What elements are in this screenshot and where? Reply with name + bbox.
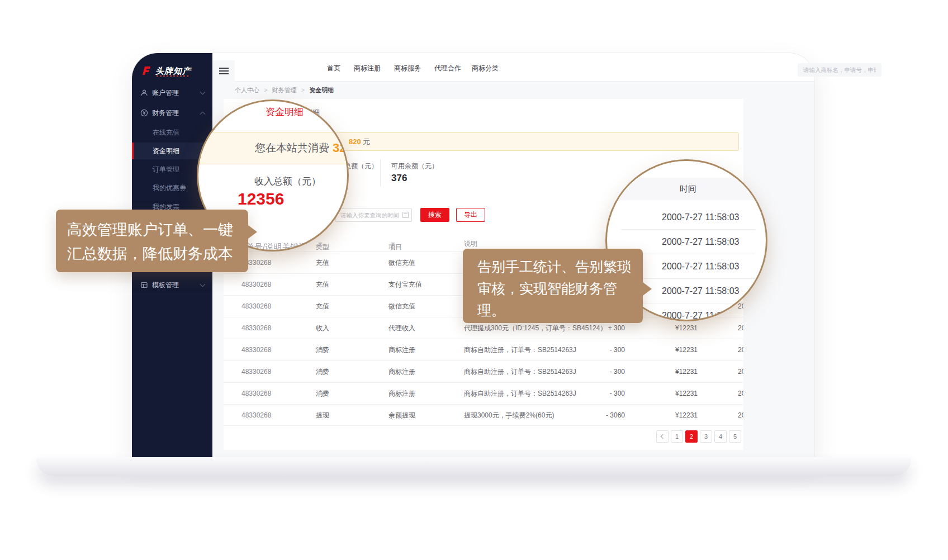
callout-pointer-icon — [248, 225, 257, 239]
finance-icon — [140, 109, 148, 117]
cell-project: 商标注册 — [388, 383, 415, 405]
nav-item-trademark-service[interactable]: 商标服务 — [394, 64, 421, 73]
nav-item-agent-cooperation[interactable]: 代理合作 — [434, 64, 461, 73]
cell-amount: - 300 — [570, 361, 625, 383]
page-button[interactable]: 1 — [671, 430, 683, 443]
banner-tail-text: 820 元 — [349, 133, 370, 150]
cell-time: 2000-7-27 11:58:03 — [738, 317, 743, 339]
cell-type: 消费 — [316, 339, 329, 361]
page-button-active[interactable]: 2 — [685, 430, 698, 443]
cell-amount: - 3060 — [570, 405, 625, 426]
cell-project: 商标注册 — [388, 339, 415, 361]
cell-id: 48330268 — [241, 405, 271, 426]
cell-balance: ¥12231 — [675, 361, 698, 383]
search-button[interactable]: 搜索 — [420, 208, 449, 222]
user-icon — [140, 89, 148, 97]
page-button[interactable]: 4 — [714, 430, 727, 443]
cell-balance: ¥12231 — [675, 383, 698, 405]
sidebar-item-label: 账户管理 — [152, 88, 179, 98]
cell-id: 48330268 — [241, 317, 271, 339]
callout-line: 审核，实现智能财务管 — [477, 278, 643, 300]
breadcrumb-item[interactable]: 财务管理 — [272, 87, 297, 93]
cell-type: 提现 — [316, 405, 329, 426]
nav-item-trademark-register[interactable]: 商标注册 — [354, 64, 381, 73]
page: 头牌知产 账户管理 财务管理 在线充值 资金明细 — [0, 0, 948, 560]
top-navbar: 首页 商标注册 商标服务 代理合作 商标分类 — [212, 53, 814, 82]
cell-time: 2000-7-27 11:58:03 — [738, 361, 743, 383]
chevron-down-icon — [200, 89, 206, 95]
available-balance-value: 376 — [391, 173, 407, 184]
callout-pointer-icon — [643, 282, 652, 296]
cell-type: 充值 — [316, 252, 329, 274]
breadcrumb-separator: > — [264, 87, 267, 93]
callout-right: 告别手工统计、告别繁琐 审核，实现智能财务管 理。 — [463, 249, 643, 323]
breadcrumb-item[interactable]: 个人中心 — [235, 87, 259, 93]
cell-project: 商标注册 — [388, 361, 415, 383]
cell-type: 消费 — [316, 383, 329, 405]
menu-button[interactable] — [212, 60, 235, 82]
table-row: 48330268消费商标注册商标自助注册，订单号：SB2514263J- 300… — [224, 339, 743, 360]
export-button[interactable]: 导出 — [456, 208, 485, 222]
callout-left: 高效管理账户订单、一键 汇总数据，降低财务成本 — [56, 210, 248, 272]
sidebar-item-label: 财务管理 — [152, 108, 179, 118]
magnified-time-row: 2000-7-27 11:58:03 — [621, 205, 755, 230]
nav-item-trademark-category[interactable]: 商标分类 — [472, 64, 499, 73]
banner-tail-unit: 元 — [363, 137, 370, 146]
template-icon — [140, 281, 148, 289]
table-row: 48330268消费商标注册商标自助注册，订单号：SB2514263J- 300… — [224, 360, 743, 382]
search-input[interactable] — [798, 63, 881, 77]
callout-line: 告别手工统计、告别繁琐 — [477, 256, 643, 278]
cell-type: 充值 — [316, 274, 329, 296]
prev-page-icon — [661, 434, 665, 439]
magnified-tab-label: 资金明细 — [266, 106, 304, 118]
cell-project: 微信充值 — [388, 252, 415, 274]
breadcrumb-separator: > — [301, 87, 305, 93]
cell-type: 消费 — [316, 361, 329, 383]
prev-page-button[interactable] — [656, 430, 669, 443]
cell-project: 微信充值 — [388, 296, 415, 317]
cell-project: 支付宝充值 — [388, 274, 422, 296]
sort-caret-icon — [391, 243, 395, 245]
sidebar-item-label: 在线充值 — [153, 128, 179, 137]
cell-project: 代理收入 — [388, 317, 415, 339]
nav-item-home[interactable]: 首页 — [327, 64, 340, 73]
chevron-up-icon — [200, 111, 206, 117]
pagination: 12345 — [656, 430, 741, 443]
date-query-input[interactable] — [335, 208, 412, 222]
sidebar-item-finance[interactable]: 财务管理 — [132, 104, 212, 122]
callout-line: 汇总数据，降低财务成本 — [67, 242, 248, 266]
page-button[interactable]: 3 — [700, 430, 712, 443]
banner-tail-amount: 820 — [349, 137, 361, 146]
sidebar-item-online-recharge[interactable]: 在线充值 — [132, 125, 212, 140]
stats-divider — [380, 159, 381, 186]
cell-id: 48330268 — [241, 296, 271, 317]
cell-balance: ¥12231 — [675, 339, 698, 361]
breadcrumb: 个人中心 > 财务管理 > 资金明细 — [235, 86, 334, 94]
header-desc: 说明 — [464, 239, 477, 249]
magnified-banner: 您在本站共消费 32124 元 — [197, 132, 349, 164]
callout-line: 理。 — [477, 300, 643, 321]
sidebar-item-account[interactable]: 账户管理 — [132, 84, 212, 102]
menu-icon — [219, 68, 229, 69]
table-row: 48330268提现余额提现提现3000元，手续费2%(60元)- 3060¥1… — [224, 404, 743, 426]
logo-icon — [141, 65, 152, 77]
cell-type: 收入 — [316, 317, 329, 339]
magnified-banner-prefix: 您在本站共消费 — [255, 141, 329, 155]
sidebar-item-template[interactable]: 模板管理 — [132, 276, 212, 294]
available-balance-label: 可用余额（元） — [391, 162, 438, 171]
table-row: 48330268消费商标注册商标自助注册，订单号：SB2514263J- 300… — [224, 382, 743, 404]
cell-amount: - 300 — [570, 339, 625, 361]
logo: 头牌知产 — [141, 63, 208, 79]
cell-desc: 商标自助注册，订单号：SB2514263J — [464, 383, 576, 405]
cell-type: 充值 — [316, 296, 329, 317]
cell-id: 48330268 — [241, 339, 271, 361]
page-button[interactable]: 5 — [729, 430, 741, 443]
calendar-icon — [402, 212, 409, 218]
laptop-base — [36, 457, 911, 476]
sidebar-item-label: 模板管理 — [152, 281, 179, 290]
logo-subtext-rule — [157, 75, 190, 77]
cell-desc: 商标自助注册，订单号：SB2514263J — [464, 339, 576, 361]
cell-balance: ¥12231 — [675, 405, 698, 426]
cell-amount: - 300 — [570, 383, 625, 405]
cell-desc: 商标自助注册，订单号：SB2514263J — [464, 361, 576, 383]
